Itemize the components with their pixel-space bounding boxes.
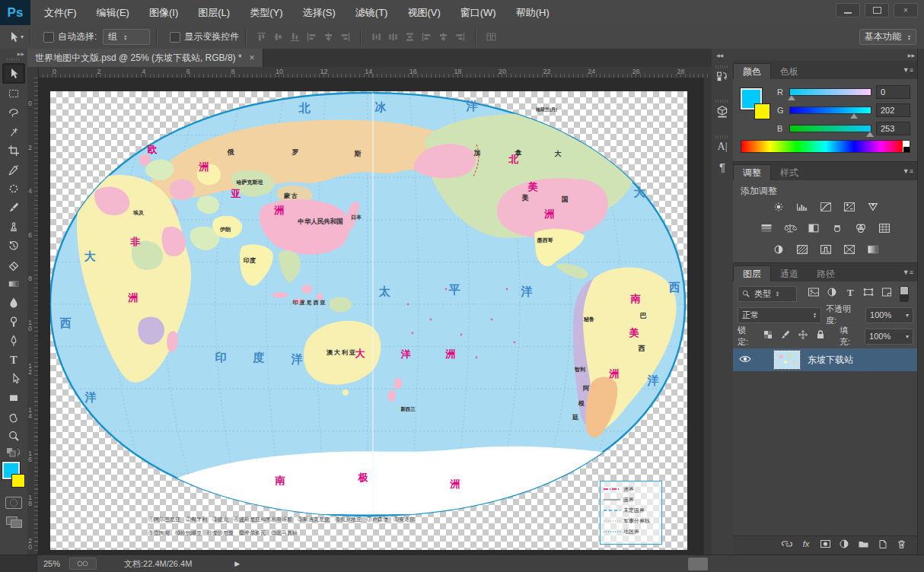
vertical-scrollbar[interactable] — [703, 78, 712, 555]
canvas-area[interactable]: 北冰洋太平洋大西洋大西洋印度洋欧洲亚洲非洲北美洲南美洲大洋洲南极洲俄罗斯哈萨克斯… — [38, 78, 712, 555]
align-left-icon[interactable] — [421, 31, 432, 43]
gradientmap-adjustment-icon[interactable] — [866, 244, 880, 255]
opacity-field[interactable]: 100% ▾ — [865, 307, 913, 323]
tab-paths[interactable]: 路径 — [808, 266, 844, 281]
channel-slider[interactable] — [789, 106, 871, 114]
align-vmid-icon[interactable] — [272, 31, 284, 43]
screen-mode-icon[interactable] — [6, 516, 21, 527]
align-dist1-icon[interactable] — [371, 31, 382, 43]
maximize-button[interactable] — [865, 3, 889, 17]
fx-icon[interactable]: fx — [801, 539, 812, 553]
workspace-switcher[interactable]: 基本功能 ▲▼ — [859, 29, 916, 45]
tab-channels[interactable]: 通道 — [771, 266, 808, 281]
lookup-adjustment-icon[interactable] — [878, 223, 891, 234]
mixer-adjustment-icon[interactable] — [854, 223, 868, 234]
layer-row[interactable]: 东坡下载站 — [733, 348, 918, 371]
color-panel-background-swatch[interactable] — [754, 103, 770, 119]
dodge-tool[interactable] — [3, 312, 24, 331]
quick-mask-icon[interactable] — [5, 497, 22, 509]
tab-swatches[interactable]: 色板 — [771, 64, 808, 79]
hue-adjustment-icon[interactable] — [760, 223, 773, 234]
panel-menu-icon[interactable]: ▼≡ — [903, 66, 913, 74]
tool-preset-caret-icon[interactable]: ▾ — [21, 33, 24, 40]
scroll-corner[interactable] — [688, 558, 708, 570]
filter-toggle-switch[interactable] — [900, 286, 909, 302]
move-tool[interactable] — [2, 63, 25, 84]
align-hmid-icon[interactable] — [323, 31, 334, 43]
type-tool[interactable]: T — [3, 350, 24, 369]
crop-tool[interactable] — [3, 141, 24, 160]
channel-slider[interactable] — [789, 88, 871, 96]
auto-select-checkbox[interactable] — [43, 32, 54, 43]
menu-item[interactable]: 文件(F) — [44, 6, 77, 20]
document-canvas[interactable]: 北冰洋太平洋大西洋大西洋印度洋欧洲亚洲非洲北美洲南美洲大洋洲南极洲俄罗斯哈萨克斯… — [50, 91, 687, 550]
history-panel-icon[interactable] — [715, 71, 729, 86]
paragraph-panel-icon[interactable]: ¶ — [719, 160, 725, 173]
close-button[interactable]: × — [894, 3, 918, 17]
align-top-icon[interactable] — [256, 31, 267, 43]
visibility-eye-icon[interactable] — [739, 353, 751, 367]
adjustment-filter-icon[interactable] — [826, 287, 838, 300]
color-swatches[interactable] — [2, 462, 25, 488]
character-panel-icon[interactable]: A| — [718, 141, 728, 153]
channel-value[interactable]: 0 — [876, 85, 910, 99]
show-transform-checkbox[interactable] — [170, 32, 180, 43]
layer-filter-dropdown[interactable]: 类型 ▲▼ — [738, 286, 797, 302]
layer-mask-icon[interactable] — [820, 539, 831, 553]
menu-item[interactable]: 图层(L) — [198, 6, 230, 20]
align-dist3-icon[interactable] — [404, 31, 416, 43]
lock-transparent-icon[interactable] — [763, 329, 773, 343]
menu-item[interactable]: 图像(I) — [149, 6, 178, 20]
pen-tool[interactable] — [3, 331, 24, 350]
shape-filter-icon[interactable] — [862, 287, 875, 300]
channel-value[interactable]: 253 — [876, 122, 910, 135]
fill-field[interactable]: 100% ▾ — [865, 329, 913, 345]
pixel-filter-icon[interactable] — [808, 287, 820, 300]
hand-tool[interactable] — [3, 407, 24, 426]
layer-name[interactable]: 东坡下载站 — [808, 354, 853, 367]
lock-all-icon[interactable] — [815, 329, 826, 343]
magic-wand-tool[interactable] — [3, 122, 24, 141]
group-icon[interactable] — [858, 539, 869, 553]
levels-adjustment-icon[interactable] — [795, 202, 809, 212]
posterize-adjustment-icon[interactable] — [795, 244, 809, 255]
lasso-tool[interactable] — [3, 103, 24, 122]
curves-adjustment-icon[interactable] — [819, 202, 833, 212]
menu-item[interactable]: 类型(Y) — [250, 6, 282, 20]
delete-icon[interactable] — [896, 539, 907, 553]
lock-position-icon[interactable] — [798, 329, 808, 343]
link-icon[interactable] — [782, 539, 793, 553]
channel-slider[interactable] — [789, 125, 871, 132]
tab-close-icon[interactable]: × — [250, 52, 255, 63]
history-brush-tool[interactable] — [3, 236, 24, 255]
align-hmid-icon[interactable] — [438, 31, 449, 43]
move-tool-icon[interactable] — [8, 31, 19, 43]
new-layer-icon[interactable] — [877, 539, 888, 553]
healing-brush-tool[interactable] — [3, 179, 24, 198]
menu-item[interactable]: 视图(V) — [407, 6, 440, 20]
tab-styles[interactable]: 样式 — [771, 165, 808, 180]
status-arrow-icon[interactable]: ▶ — [234, 560, 240, 567]
clone-stamp-tool[interactable] — [3, 217, 24, 236]
auto-select-dropdown[interactable]: 组 ▲▼ — [103, 29, 150, 45]
exposure-adjustment-icon[interactable] — [843, 202, 856, 212]
align-right-icon[interactable] — [339, 31, 351, 43]
tab-color[interactable]: 颜色 — [733, 63, 771, 79]
path-select-tool[interactable] — [3, 369, 24, 388]
expand-panels-icon[interactable]: ▶▶ — [908, 52, 915, 58]
adjustment-layer-icon[interactable] — [839, 539, 850, 553]
type-filter-icon[interactable]: T — [844, 287, 856, 300]
bw-adjustment-icon[interactable] — [807, 223, 820, 234]
gradient-tool[interactable] — [3, 274, 24, 293]
threshold-adjustment-icon[interactable] — [819, 244, 833, 255]
blur-tool[interactable] — [3, 293, 24, 312]
eyedropper-tool[interactable] — [3, 160, 24, 179]
tab-layers[interactable]: 图层 — [733, 265, 771, 281]
align-right-icon[interactable] — [454, 31, 466, 43]
smart-object-filter-icon[interactable] — [881, 287, 893, 300]
properties-panel-icon[interactable] — [715, 105, 729, 122]
panel-menu-icon[interactable]: ▼≡ — [903, 269, 913, 276]
swap-colors-icon[interactable] — [5, 446, 22, 459]
channel-value[interactable]: 202 — [876, 103, 910, 117]
tab-adjustments[interactable]: 调整 — [733, 164, 771, 180]
